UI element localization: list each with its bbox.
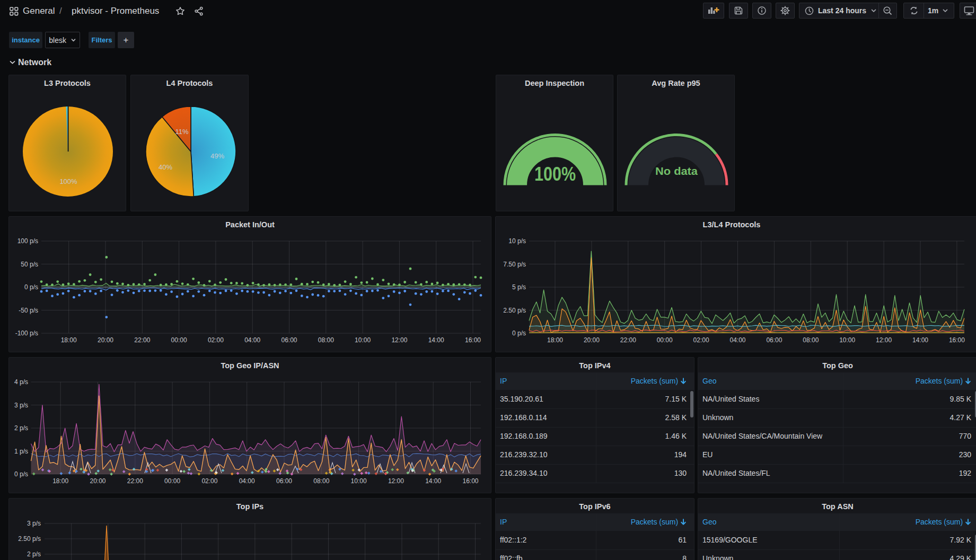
svg-text:3 p/s: 3 p/s [27,520,41,527]
svg-text:02:00: 02:00 [201,477,217,485]
svg-text:22:00: 22:00 [620,336,636,344]
svg-text:08:00: 08:00 [313,477,329,485]
svg-text:20:00: 20:00 [584,336,600,344]
svg-text:14:00: 14:00 [425,477,441,485]
svg-text:10:00: 10:00 [839,336,855,344]
svg-text:40%: 40% [159,163,172,171]
svg-text:02:00: 02:00 [693,336,709,344]
svg-text:2 p/s: 2 p/s [27,550,41,558]
svg-text:04:00: 04:00 [729,336,745,344]
svg-text:100%: 100% [534,163,576,185]
svg-text:-100 p/s: -100 p/s [15,330,38,337]
svg-text:16:00: 16:00 [465,336,481,344]
svg-text:20:00: 20:00 [98,336,113,344]
svg-text:22:00: 22:00 [134,336,150,344]
svg-text:10:00: 10:00 [355,336,371,344]
svg-text:-50 p/s: -50 p/s [19,307,38,314]
svg-text:22:00: 22:00 [127,477,143,485]
svg-text:0 p/s: 0 p/s [24,283,38,291]
svg-text:100 p/s: 100 p/s [17,237,38,245]
svg-text:20:00: 20:00 [90,477,105,485]
svg-text:04:00: 04:00 [239,477,255,485]
svg-text:00:00: 00:00 [171,336,187,344]
svg-text:2 p/s: 2 p/s [14,424,28,432]
svg-text:12:00: 12:00 [876,336,892,344]
svg-text:00:00: 00:00 [657,336,673,344]
svg-text:2.50 p/s: 2.50 p/s [18,535,41,543]
svg-text:04:00: 04:00 [244,336,260,344]
svg-text:06:00: 06:00 [766,336,782,344]
svg-text:3 p/s: 3 p/s [14,402,28,409]
svg-text:08:00: 08:00 [803,336,819,344]
svg-text:08:00: 08:00 [318,336,334,344]
svg-text:06:00: 06:00 [276,477,292,485]
svg-text:16:00: 16:00 [462,477,478,485]
svg-text:50 p/s: 50 p/s [21,261,38,268]
svg-text:00:00: 00:00 [164,477,180,485]
svg-text:0 p/s: 0 p/s [512,330,526,337]
svg-text:10 p/s: 10 p/s [508,237,526,245]
svg-text:49%: 49% [210,152,224,160]
svg-text:1 p/s: 1 p/s [14,448,28,455]
svg-text:02:00: 02:00 [208,336,224,344]
svg-text:5 p/s: 5 p/s [512,283,526,291]
svg-text:11%: 11% [175,128,188,136]
svg-text:18:00: 18:00 [61,336,77,344]
svg-text:100%: 100% [59,177,77,185]
svg-text:10:00: 10:00 [351,477,367,485]
svg-text:12:00: 12:00 [391,336,407,344]
svg-text:18:00: 18:00 [547,336,563,344]
svg-text:16:00: 16:00 [949,336,965,344]
svg-text:No data: No data [655,165,698,177]
svg-text:0 p/s: 0 p/s [14,470,28,478]
svg-text:4 p/s: 4 p/s [14,378,28,386]
svg-text:18:00: 18:00 [52,477,68,485]
svg-text:2.50 p/s: 2.50 p/s [503,307,526,314]
svg-text:7.50 p/s: 7.50 p/s [503,261,526,268]
svg-text:14:00: 14:00 [428,336,444,344]
svg-text:12:00: 12:00 [388,477,404,485]
svg-text:14:00: 14:00 [912,336,928,344]
svg-text:06:00: 06:00 [281,336,297,344]
